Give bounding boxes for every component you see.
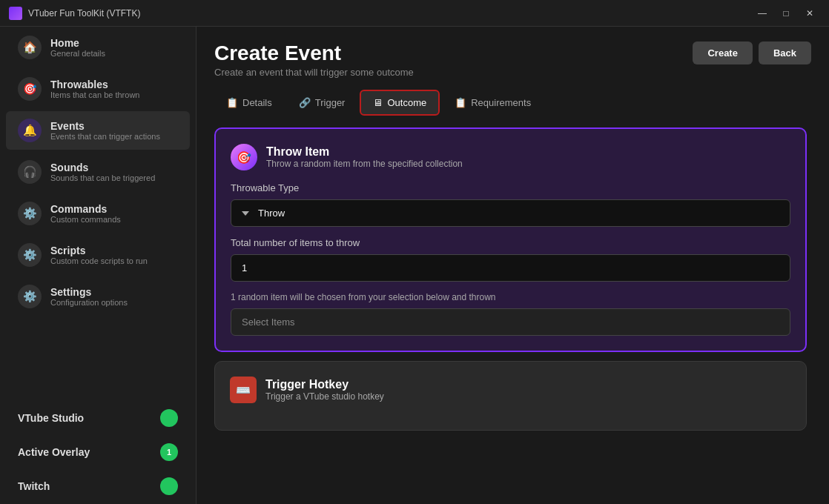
sidebar-item-commands[interactable]: ⚙️ Commands Custom commands <box>6 194 190 233</box>
sidebar-events-sublabel: Events that can trigger actions <box>50 132 160 141</box>
outcome-icon: 🖥 <box>373 97 383 108</box>
sidebar-item-settings[interactable]: ⚙️ Settings Configuration options <box>6 277 190 316</box>
active-overlay-badge: 1 <box>160 443 178 461</box>
tab-details[interactable]: 📋 Details <box>214 90 284 116</box>
vtube-studio-status <box>160 409 178 427</box>
tab-requirements-label: Requirements <box>471 97 531 108</box>
sidebar-events-label: Events <box>50 120 160 132</box>
sidebar-settings-sublabel: Configuration options <box>50 298 128 307</box>
active-overlay-label: Active Overlay <box>18 446 90 458</box>
content-area: Create Event Create an event that will t… <box>196 27 829 504</box>
scroll-area[interactable]: 🎯 Throw Item Throw a random item from th… <box>214 127 811 489</box>
commands-icon: ⚙️ <box>18 202 42 225</box>
page-subtitle: Create an event that will trigger some o… <box>214 67 414 78</box>
throw-item-card: 🎯 Throw Item Throw a random item from th… <box>214 127 807 352</box>
requirements-icon: 📋 <box>455 97 466 108</box>
titlebar-left: VTuber Fun ToolKit (VTFTK) <box>9 7 140 20</box>
tab-outcome[interactable]: 🖥 Outcome <box>360 90 440 116</box>
sidebar-scripts-sublabel: Custom code scripts to run <box>50 256 148 265</box>
sidebar-commands-sublabel: Custom commands <box>50 215 121 224</box>
tabs: 📋 Details 🔗 Trigger 🖥 Outcome 📋 Requirem… <box>214 90 811 116</box>
app-title: VTuber Fun ToolKit (VTFTK) <box>28 8 140 19</box>
back-button[interactable]: Back <box>759 42 811 64</box>
sidebar-scripts-label: Scripts <box>50 245 148 256</box>
sidebar-item-home[interactable]: 🏠 Home General details <box>6 28 190 67</box>
app-icon <box>9 7 22 20</box>
create-button[interactable]: Create <box>693 42 752 64</box>
sidebar-item-vtube-studio[interactable]: VTube Studio <box>6 402 190 434</box>
total-items-label: Total number of items to throw <box>231 237 790 248</box>
events-icon: 🔔 <box>18 119 42 142</box>
select-items-button[interactable]: Select Items <box>231 308 790 336</box>
throwable-type-value: Throw <box>258 208 285 219</box>
throwable-type-select[interactable]: Throw <box>231 199 790 227</box>
info-text: 1 random item will be chosen from your s… <box>231 292 790 302</box>
sidebar-commands-label: Commands <box>50 203 121 215</box>
trigger-hotkey-title: Trigger Hotkey <box>265 378 384 391</box>
throw-item-icon: 🎯 <box>231 144 257 170</box>
trigger-hotkey-icon: ⌨️ <box>230 377 257 403</box>
sidebar-item-active-overlay[interactable]: Active Overlay 1 <box>6 436 190 468</box>
sidebar: 🏠 Home General details 🎯 Throwables Item… <box>0 27 196 504</box>
sidebar-item-scripts[interactable]: ⚙️ Scripts Custom code scripts to run <box>6 236 190 274</box>
total-items-group: Total number of items to throw <box>231 237 790 282</box>
sidebar-item-events[interactable]: 🔔 Events Events that can trigger actions <box>6 111 190 150</box>
settings-icon: ⚙️ <box>18 285 42 308</box>
throwables-icon: 🎯 <box>18 77 42 101</box>
twitch-status <box>160 477 178 495</box>
vtube-studio-label: VTube Studio <box>18 412 84 424</box>
sidebar-sounds-label: Sounds <box>50 162 155 173</box>
close-button[interactable]: ✕ <box>799 5 820 21</box>
sidebar-bottom: VTube Studio Active Overlay 1 Twitch <box>0 400 196 504</box>
minimize-button[interactable]: — <box>752 5 773 21</box>
sidebar-throwables-sublabel: Items that can be thrown <box>50 90 139 99</box>
sounds-icon: 🎧 <box>18 160 42 184</box>
titlebar-controls: — □ ✕ <box>752 5 820 21</box>
sidebar-item-twitch[interactable]: Twitch <box>6 470 190 503</box>
sidebar-home-label: Home <box>50 37 105 49</box>
sidebar-throwables-label: Throwables <box>50 79 139 90</box>
content-header: Create Event Create an event that will t… <box>214 42 811 78</box>
tab-trigger[interactable]: 🔗 Trigger <box>287 90 357 116</box>
tab-outcome-label: Outcome <box>387 97 426 108</box>
throwable-type-group: Throwable Type Throw <box>231 182 790 227</box>
details-icon: 📋 <box>226 97 238 108</box>
sidebar-settings-label: Settings <box>50 286 128 298</box>
chevron-down-icon <box>242 211 249 216</box>
sidebar-item-throwables[interactable]: 🎯 Throwables Items that can be thrown <box>6 70 190 108</box>
main-layout: 🏠 Home General details 🎯 Throwables Item… <box>0 27 829 504</box>
sidebar-home-sublabel: General details <box>50 49 105 58</box>
maximize-button[interactable]: □ <box>776 5 796 21</box>
throwable-type-label: Throwable Type <box>231 182 790 193</box>
twitch-label: Twitch <box>18 480 50 492</box>
sidebar-sounds-sublabel: Sounds that can be triggered <box>50 173 155 182</box>
titlebar: VTuber Fun ToolKit (VTFTK) — □ ✕ <box>0 0 829 27</box>
throw-item-title: Throw Item <box>266 145 463 159</box>
trigger-hotkey-desc: Trigger a VTube studio hotkey <box>265 391 384 402</box>
page-title: Create Event <box>214 42 414 65</box>
tab-details-label: Details <box>242 97 272 108</box>
trigger-hotkey-card: ⌨️ Trigger Hotkey Trigger a VTube studio… <box>214 361 807 431</box>
sidebar-item-sounds[interactable]: 🎧 Sounds Sounds that can be triggered <box>6 153 190 191</box>
total-items-input[interactable] <box>231 254 790 282</box>
throw-item-desc: Throw a random item from the specified c… <box>266 159 463 169</box>
tab-requirements[interactable]: 📋 Requirements <box>443 90 543 116</box>
header-buttons: Create Back <box>693 42 811 64</box>
tab-trigger-label: Trigger <box>315 97 346 108</box>
home-icon: 🏠 <box>18 36 42 59</box>
scripts-icon: ⚙️ <box>18 243 42 267</box>
trigger-icon: 🔗 <box>299 97 311 108</box>
